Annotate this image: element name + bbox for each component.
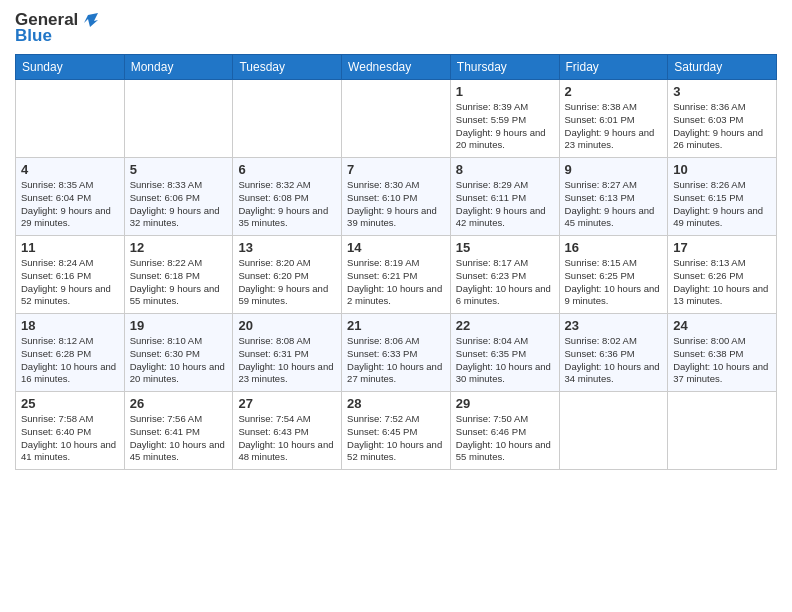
day-number: 13 bbox=[238, 240, 336, 255]
day-number: 25 bbox=[21, 396, 119, 411]
calendar-cell: 16Sunrise: 8:15 AM Sunset: 6:25 PM Dayli… bbox=[559, 236, 668, 314]
day-info: Sunrise: 8:00 AM Sunset: 6:38 PM Dayligh… bbox=[673, 335, 771, 386]
calendar-cell: 3Sunrise: 8:36 AM Sunset: 6:03 PM Daylig… bbox=[668, 80, 777, 158]
calendar-week-row: 1Sunrise: 8:39 AM Sunset: 5:59 PM Daylig… bbox=[16, 80, 777, 158]
calendar-cell: 28Sunrise: 7:52 AM Sunset: 6:45 PM Dayli… bbox=[342, 392, 451, 470]
day-number: 19 bbox=[130, 318, 228, 333]
day-info: Sunrise: 8:38 AM Sunset: 6:01 PM Dayligh… bbox=[565, 101, 663, 152]
day-number: 18 bbox=[21, 318, 119, 333]
day-info: Sunrise: 8:02 AM Sunset: 6:36 PM Dayligh… bbox=[565, 335, 663, 386]
calendar-cell: 25Sunrise: 7:58 AM Sunset: 6:40 PM Dayli… bbox=[16, 392, 125, 470]
day-info: Sunrise: 8:04 AM Sunset: 6:35 PM Dayligh… bbox=[456, 335, 554, 386]
calendar-cell bbox=[233, 80, 342, 158]
weekday-header: Monday bbox=[124, 55, 233, 80]
day-number: 29 bbox=[456, 396, 554, 411]
day-info: Sunrise: 8:13 AM Sunset: 6:26 PM Dayligh… bbox=[673, 257, 771, 308]
calendar-cell: 26Sunrise: 7:56 AM Sunset: 6:41 PM Dayli… bbox=[124, 392, 233, 470]
day-info: Sunrise: 8:15 AM Sunset: 6:25 PM Dayligh… bbox=[565, 257, 663, 308]
day-number: 23 bbox=[565, 318, 663, 333]
day-number: 7 bbox=[347, 162, 445, 177]
day-number: 6 bbox=[238, 162, 336, 177]
calendar-cell: 29Sunrise: 7:50 AM Sunset: 6:46 PM Dayli… bbox=[450, 392, 559, 470]
day-info: Sunrise: 8:22 AM Sunset: 6:18 PM Dayligh… bbox=[130, 257, 228, 308]
day-number: 8 bbox=[456, 162, 554, 177]
day-info: Sunrise: 7:52 AM Sunset: 6:45 PM Dayligh… bbox=[347, 413, 445, 464]
page-container: General Blue SundayMondayTuesdayWednesda… bbox=[0, 0, 792, 475]
calendar-cell: 6Sunrise: 8:32 AM Sunset: 6:08 PM Daylig… bbox=[233, 158, 342, 236]
day-number: 26 bbox=[130, 396, 228, 411]
calendar-cell bbox=[668, 392, 777, 470]
calendar-cell: 18Sunrise: 8:12 AM Sunset: 6:28 PM Dayli… bbox=[16, 314, 125, 392]
day-number: 14 bbox=[347, 240, 445, 255]
calendar-cell: 2Sunrise: 8:38 AM Sunset: 6:01 PM Daylig… bbox=[559, 80, 668, 158]
day-info: Sunrise: 8:19 AM Sunset: 6:21 PM Dayligh… bbox=[347, 257, 445, 308]
header: General Blue bbox=[15, 10, 777, 46]
day-info: Sunrise: 8:32 AM Sunset: 6:08 PM Dayligh… bbox=[238, 179, 336, 230]
day-info: Sunrise: 8:24 AM Sunset: 6:16 PM Dayligh… bbox=[21, 257, 119, 308]
calendar-cell: 13Sunrise: 8:20 AM Sunset: 6:20 PM Dayli… bbox=[233, 236, 342, 314]
day-info: Sunrise: 8:10 AM Sunset: 6:30 PM Dayligh… bbox=[130, 335, 228, 386]
day-info: Sunrise: 8:29 AM Sunset: 6:11 PM Dayligh… bbox=[456, 179, 554, 230]
weekday-header: Wednesday bbox=[342, 55, 451, 80]
day-info: Sunrise: 8:27 AM Sunset: 6:13 PM Dayligh… bbox=[565, 179, 663, 230]
day-info: Sunrise: 7:56 AM Sunset: 6:41 PM Dayligh… bbox=[130, 413, 228, 464]
calendar-week-row: 18Sunrise: 8:12 AM Sunset: 6:28 PM Dayli… bbox=[16, 314, 777, 392]
calendar-cell: 15Sunrise: 8:17 AM Sunset: 6:23 PM Dayli… bbox=[450, 236, 559, 314]
day-number: 10 bbox=[673, 162, 771, 177]
calendar-cell: 22Sunrise: 8:04 AM Sunset: 6:35 PM Dayli… bbox=[450, 314, 559, 392]
day-number: 12 bbox=[130, 240, 228, 255]
calendar-cell: 21Sunrise: 8:06 AM Sunset: 6:33 PM Dayli… bbox=[342, 314, 451, 392]
day-number: 2 bbox=[565, 84, 663, 99]
logo-bird-icon bbox=[80, 11, 100, 29]
weekday-header: Friday bbox=[559, 55, 668, 80]
logo: General Blue bbox=[15, 10, 100, 46]
calendar-week-row: 11Sunrise: 8:24 AM Sunset: 6:16 PM Dayli… bbox=[16, 236, 777, 314]
day-number: 28 bbox=[347, 396, 445, 411]
weekday-header: Saturday bbox=[668, 55, 777, 80]
calendar-week-row: 4Sunrise: 8:35 AM Sunset: 6:04 PM Daylig… bbox=[16, 158, 777, 236]
calendar-cell bbox=[124, 80, 233, 158]
day-number: 1 bbox=[456, 84, 554, 99]
calendar-cell: 20Sunrise: 8:08 AM Sunset: 6:31 PM Dayli… bbox=[233, 314, 342, 392]
calendar-cell: 9Sunrise: 8:27 AM Sunset: 6:13 PM Daylig… bbox=[559, 158, 668, 236]
calendar-cell: 1Sunrise: 8:39 AM Sunset: 5:59 PM Daylig… bbox=[450, 80, 559, 158]
calendar-cell: 19Sunrise: 8:10 AM Sunset: 6:30 PM Dayli… bbox=[124, 314, 233, 392]
day-info: Sunrise: 8:35 AM Sunset: 6:04 PM Dayligh… bbox=[21, 179, 119, 230]
calendar-cell: 12Sunrise: 8:22 AM Sunset: 6:18 PM Dayli… bbox=[124, 236, 233, 314]
weekday-header: Thursday bbox=[450, 55, 559, 80]
day-info: Sunrise: 8:33 AM Sunset: 6:06 PM Dayligh… bbox=[130, 179, 228, 230]
calendar-cell: 8Sunrise: 8:29 AM Sunset: 6:11 PM Daylig… bbox=[450, 158, 559, 236]
day-number: 4 bbox=[21, 162, 119, 177]
calendar-cell: 14Sunrise: 8:19 AM Sunset: 6:21 PM Dayli… bbox=[342, 236, 451, 314]
calendar-cell: 23Sunrise: 8:02 AM Sunset: 6:36 PM Dayli… bbox=[559, 314, 668, 392]
calendar-cell bbox=[342, 80, 451, 158]
day-info: Sunrise: 8:12 AM Sunset: 6:28 PM Dayligh… bbox=[21, 335, 119, 386]
calendar-cell: 11Sunrise: 8:24 AM Sunset: 6:16 PM Dayli… bbox=[16, 236, 125, 314]
weekday-header: Tuesday bbox=[233, 55, 342, 80]
day-number: 17 bbox=[673, 240, 771, 255]
day-info: Sunrise: 8:08 AM Sunset: 6:31 PM Dayligh… bbox=[238, 335, 336, 386]
logo-text: General Blue bbox=[15, 10, 100, 46]
day-number: 5 bbox=[130, 162, 228, 177]
day-info: Sunrise: 7:54 AM Sunset: 6:43 PM Dayligh… bbox=[238, 413, 336, 464]
day-number: 16 bbox=[565, 240, 663, 255]
day-number: 15 bbox=[456, 240, 554, 255]
weekday-header: Sunday bbox=[16, 55, 125, 80]
day-number: 27 bbox=[238, 396, 336, 411]
day-number: 9 bbox=[565, 162, 663, 177]
day-number: 11 bbox=[21, 240, 119, 255]
day-number: 20 bbox=[238, 318, 336, 333]
day-number: 22 bbox=[456, 318, 554, 333]
day-number: 21 bbox=[347, 318, 445, 333]
calendar-cell: 7Sunrise: 8:30 AM Sunset: 6:10 PM Daylig… bbox=[342, 158, 451, 236]
calendar-cell: 4Sunrise: 8:35 AM Sunset: 6:04 PM Daylig… bbox=[16, 158, 125, 236]
calendar-cell: 24Sunrise: 8:00 AM Sunset: 6:38 PM Dayli… bbox=[668, 314, 777, 392]
header-row: SundayMondayTuesdayWednesdayThursdayFrid… bbox=[16, 55, 777, 80]
calendar-cell: 5Sunrise: 8:33 AM Sunset: 6:06 PM Daylig… bbox=[124, 158, 233, 236]
day-info: Sunrise: 8:20 AM Sunset: 6:20 PM Dayligh… bbox=[238, 257, 336, 308]
day-info: Sunrise: 7:58 AM Sunset: 6:40 PM Dayligh… bbox=[21, 413, 119, 464]
calendar-cell: 27Sunrise: 7:54 AM Sunset: 6:43 PM Dayli… bbox=[233, 392, 342, 470]
calendar-cell: 10Sunrise: 8:26 AM Sunset: 6:15 PM Dayli… bbox=[668, 158, 777, 236]
day-info: Sunrise: 8:06 AM Sunset: 6:33 PM Dayligh… bbox=[347, 335, 445, 386]
day-info: Sunrise: 8:26 AM Sunset: 6:15 PM Dayligh… bbox=[673, 179, 771, 230]
